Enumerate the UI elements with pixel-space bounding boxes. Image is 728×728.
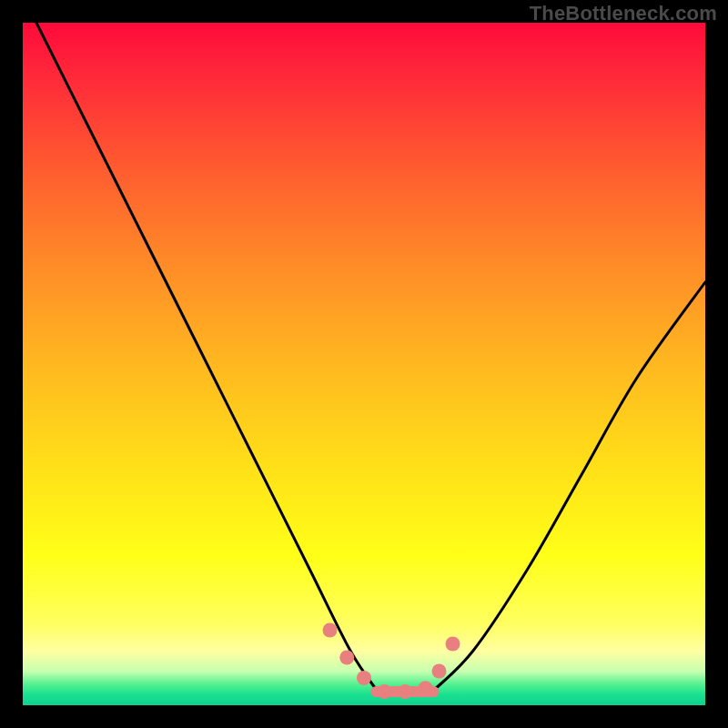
highlight-marker	[419, 681, 433, 695]
highlight-marker	[323, 623, 338, 638]
highlight-marker	[378, 684, 392, 699]
highlight-marker	[339, 651, 354, 665]
left-curve	[36, 23, 378, 692]
attribution-text: TheBottleneck.com	[530, 2, 717, 25]
highlight-marker	[432, 664, 447, 679]
chart-svg	[23, 23, 705, 705]
highlight-marker	[357, 671, 371, 685]
chart-area	[23, 23, 705, 705]
right-curve	[432, 282, 705, 692]
highlight-marker	[446, 637, 460, 652]
highlight-marker	[398, 684, 412, 699]
